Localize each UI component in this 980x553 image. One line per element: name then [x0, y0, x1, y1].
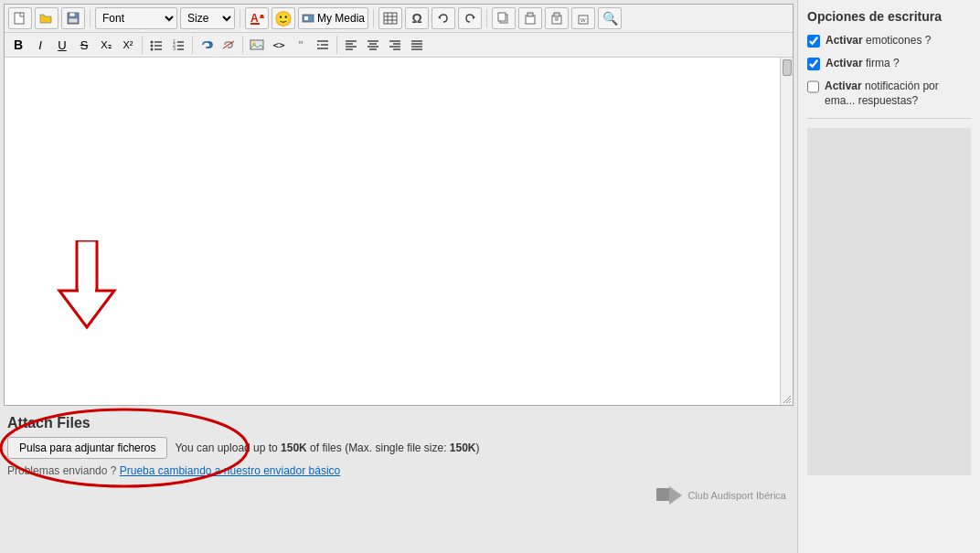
paste-button[interactable]	[518, 7, 542, 29]
attach-max-single: 150K	[450, 441, 476, 454]
svg-point-30	[151, 48, 154, 51]
svg-rect-69	[656, 488, 671, 501]
editor-container: Font Arial Times New Roman Verdana Size …	[4, 4, 794, 406]
redo-button[interactable]	[458, 7, 482, 29]
svg-line-67	[789, 401, 791, 403]
unlink-button[interactable]	[218, 35, 239, 55]
svg-rect-8	[304, 16, 308, 20]
font-color-button[interactable]: A	[245, 7, 269, 29]
copy-button[interactable]	[492, 7, 516, 29]
checkbox-emoticons[interactable]	[807, 35, 820, 48]
svg-rect-63	[79, 242, 95, 292]
svg-rect-3	[69, 18, 78, 23]
option-notification-label: Activar notificación por ema... respuest…	[825, 79, 971, 110]
paste-text-button[interactable]	[545, 7, 569, 29]
paste-word-button[interactable]: W	[571, 7, 595, 29]
checkbox-notification[interactable]	[807, 80, 819, 93]
svg-rect-17	[498, 13, 506, 21]
align-justify-button[interactable]	[407, 35, 427, 55]
main-area: Font Arial Times New Roman Verdana Size …	[0, 0, 797, 553]
svg-rect-9	[384, 13, 397, 24]
red-arrow	[55, 240, 119, 332]
superscript-button[interactable]: X²	[118, 35, 138, 55]
svg-rect-21	[554, 13, 559, 16]
subscript-button[interactable]: X₂	[96, 35, 116, 55]
right-panel-divider	[807, 118, 971, 119]
undo-button[interactable]	[431, 7, 455, 29]
editor-scrollbar[interactable]	[780, 58, 793, 405]
attach-info-mid: of files (Max. single file size:	[307, 441, 450, 454]
image-button[interactable]	[247, 35, 267, 55]
unordered-list-button[interactable]	[146, 35, 166, 55]
svg-marker-44	[317, 44, 320, 46]
separator2	[240, 9, 240, 27]
ordered-list-button[interactable]: 1.2.3.	[168, 35, 188, 55]
bold-button[interactable]: B	[8, 35, 28, 55]
align-center-button[interactable]	[363, 35, 383, 55]
attach-title: Attach Files	[7, 415, 790, 431]
indent-button[interactable]	[313, 35, 333, 55]
find-button[interactable]: 🔍	[598, 7, 622, 29]
separator1	[90, 9, 91, 27]
separator5	[142, 36, 143, 54]
strikethrough-button[interactable]: S	[74, 35, 94, 55]
svg-marker-14	[438, 16, 441, 19]
emoji-button[interactable]: 🙂	[272, 7, 295, 29]
problems-row: Problemas enviando ? Prueba cambiando a …	[4, 464, 794, 477]
svg-marker-70	[669, 486, 682, 505]
option-firma-label: Activar firma ?	[826, 56, 900, 71]
checkbox-firma[interactable]	[807, 58, 820, 70]
font-select[interactable]: Font Arial Times New Roman Verdana	[95, 7, 177, 29]
separator4	[486, 9, 487, 27]
attach-max-total: 150K	[281, 441, 307, 454]
attach-section: Attach Files Pulsa para adjuntar fichero…	[4, 406, 794, 463]
option-notification: Activar notificación por ema... respuest…	[807, 79, 971, 110]
svg-point-28	[151, 45, 154, 48]
problems-text: Problemas enviando ?	[7, 464, 120, 477]
my-media-button[interactable]: My Media	[298, 7, 368, 29]
option-emoticons-label: Activar emoticones ?	[826, 33, 931, 48]
svg-text:3.: 3.	[173, 46, 176, 51]
svg-rect-19	[527, 13, 533, 16]
separator7	[242, 36, 243, 54]
attach-info: You can upload up to 150K of files (Max.…	[175, 441, 479, 454]
svg-rect-5	[250, 23, 260, 25]
separator3	[373, 9, 374, 27]
option-firma: Activar firma ?	[807, 56, 971, 71]
link-button[interactable]	[197, 35, 217, 55]
editor-body[interactable]	[5, 58, 793, 405]
svg-marker-6	[260, 15, 264, 18]
attach-info-end: )	[476, 441, 480, 454]
problems-link[interactable]: Prueba cambiando a nuestro enviador bási…	[120, 464, 341, 477]
save-button[interactable]	[61, 7, 85, 29]
quote-button[interactable]: "	[291, 35, 311, 55]
size-select[interactable]: Size 8101214	[180, 7, 235, 29]
svg-rect-39	[250, 40, 263, 49]
align-right-button[interactable]	[385, 35, 405, 55]
resize-handle[interactable]	[780, 392, 793, 405]
separator8	[336, 36, 337, 54]
table-button[interactable]	[378, 7, 402, 29]
option-emoticons: Activar emoticones ?	[807, 33, 971, 48]
special-chars-button[interactable]: Ω	[405, 7, 429, 29]
right-panel: Opciones de escritura Activar emoticones…	[797, 0, 980, 553]
attach-button-label: Pulsa para adjuntar ficheros	[19, 441, 155, 454]
right-panel-title: Opciones de escritura	[807, 9, 971, 24]
underline-button[interactable]: U	[52, 35, 72, 55]
new-doc-button[interactable]	[8, 7, 32, 29]
toolbar-row2: B I U S X₂ X² 1.2.3.	[5, 33, 793, 58]
italic-button[interactable]: I	[30, 35, 50, 55]
svg-point-26	[151, 41, 154, 44]
align-left-button[interactable]	[341, 35, 361, 55]
svg-rect-2	[69, 13, 75, 16]
svg-text:A: A	[250, 12, 259, 25]
separator6	[192, 36, 193, 54]
code-button[interactable]: <>	[269, 35, 289, 55]
attach-row: Pulsa para adjuntar ficheros You can upl…	[7, 437, 790, 459]
open-button[interactable]	[35, 7, 59, 29]
attach-button[interactable]: Pulsa para adjuntar ficheros	[7, 437, 167, 459]
attach-info-prefix: You can upload up to	[175, 441, 281, 454]
svg-text:W: W	[581, 17, 586, 23]
bottom-logo: Club Audisport Ibérica	[656, 486, 786, 505]
my-media-label: My Media	[317, 12, 365, 25]
